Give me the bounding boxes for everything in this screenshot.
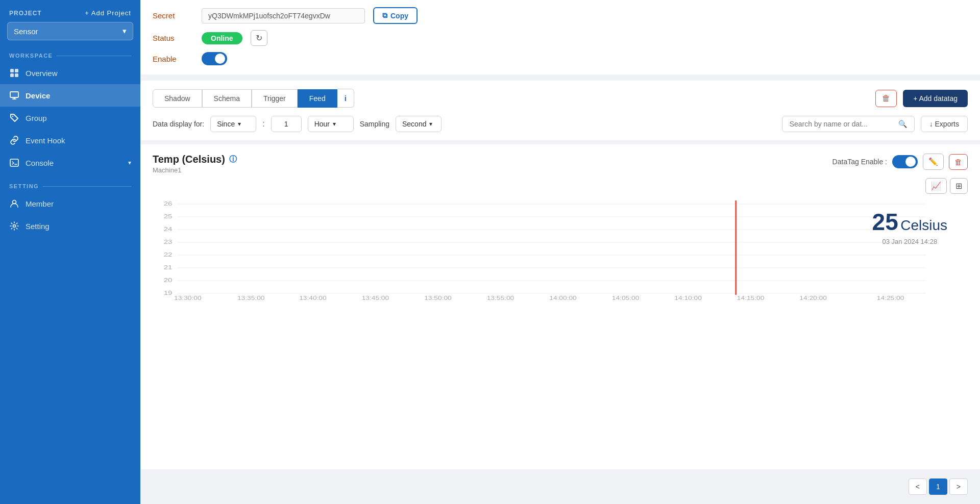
svg-rect-3	[15, 73, 18, 77]
tag-icon	[9, 113, 19, 123]
filter-row: Data display for: Since ▾ : Hour ▾ Sampl…	[153, 108, 968, 140]
refresh-button[interactable]: ↻	[251, 30, 267, 46]
gear-icon	[9, 221, 19, 231]
delete-datatag-button[interactable]: 🗑	[875, 90, 897, 107]
chart-current-date: 03 Jan 2024 14:28	[872, 238, 947, 245]
svg-text:24: 24	[164, 226, 173, 232]
status-row: Status Online ↻	[153, 30, 968, 46]
since-select[interactable]: Since ▾	[210, 116, 256, 132]
prev-page-button[interactable]: <	[909, 478, 927, 495]
tabs-right: 🗑 + Add datatag	[875, 90, 968, 107]
info-icon: i	[345, 94, 347, 103]
filter-colon: :	[262, 119, 264, 129]
monitor-icon	[9, 90, 19, 100]
status-label: Status	[153, 34, 193, 42]
secret-value: yQ3DWmkMPj1uofsch2oFT74egvxDw	[202, 8, 365, 23]
sidebar-item-device-label: Device	[26, 91, 50, 100]
pencil-icon: ✏️	[928, 157, 938, 166]
exports-button[interactable]: ↓ Exports	[921, 116, 968, 132]
sidebar-item-group[interactable]: Group	[0, 107, 140, 129]
edit-datatag-button[interactable]: ✏️	[923, 154, 944, 170]
svg-text:13:35:00: 13:35:00	[237, 295, 265, 300]
svg-rect-1	[15, 69, 18, 72]
chart-card: Temp (Celsius) ⓘ Machine1 DataTag Enable…	[140, 144, 980, 469]
search-box[interactable]: 🔍	[782, 116, 915, 132]
svg-text:20: 20	[164, 277, 173, 283]
svg-text:13:45:00: 13:45:00	[362, 295, 389, 300]
sidebar-item-group-label: Group	[26, 114, 47, 122]
tabs-left: Shadow Schema Trigger Feed i	[153, 89, 354, 108]
workspace-section-label: WORKSPACE	[0, 49, 140, 62]
sidebar: PROJECT + Add Project Sensor ▾ WORKSPACE…	[0, 0, 140, 504]
delete-chart-button[interactable]: 🗑	[949, 154, 968, 170]
sidebar-item-member[interactable]: Member	[0, 192, 140, 215]
sampling-chevron-icon: ▾	[429, 120, 432, 128]
chart-value-overlay: 25 Celsius 03 Jan 2024 14:28	[872, 208, 947, 245]
svg-point-11	[13, 225, 16, 228]
copy-icon: ⧉	[382, 11, 387, 20]
tabs-row: Shadow Schema Trigger Feed i 🗑 + Add dat…	[153, 81, 968, 108]
sidebar-item-overview-label: Overview	[26, 69, 58, 78]
search-icon: 🔍	[898, 120, 907, 128]
svg-text:26: 26	[164, 200, 173, 207]
svg-text:14:05:00: 14:05:00	[612, 295, 640, 300]
trash2-icon: 🗑	[954, 158, 962, 166]
sidebar-item-event-hook[interactable]: Event Hook	[0, 129, 140, 152]
svg-text:19: 19	[164, 290, 173, 296]
enable-label: Enable	[153, 55, 193, 63]
copy-button[interactable]: ⧉ Copy	[373, 7, 418, 24]
unit-select[interactable]: Hour ▾	[308, 116, 354, 132]
tab-info-button[interactable]: i	[337, 89, 354, 108]
svg-rect-2	[10, 73, 14, 77]
project-label: PROJECT	[9, 10, 42, 17]
grid-icon	[9, 68, 19, 78]
svg-text:13:40:00: 13:40:00	[299, 295, 327, 300]
svg-text:22: 22	[164, 251, 173, 258]
sampling-select[interactable]: Second ▾	[396, 116, 442, 132]
data-display-label: Data display for:	[153, 120, 204, 128]
tab-feed[interactable]: Feed	[298, 89, 337, 108]
search-input[interactable]	[790, 120, 894, 128]
chart-title-text: Temp (Celsius)	[153, 154, 225, 165]
chart-view-buttons: 📈 ⊞	[153, 178, 968, 194]
add-project-button[interactable]: + Add Project	[85, 9, 131, 17]
unit-chevron-icon: ▾	[333, 120, 336, 128]
chart-title-area: Temp (Celsius) ⓘ Machine1	[153, 154, 237, 174]
datatag-enable-toggle[interactable]	[892, 155, 918, 168]
since-value: Since	[217, 120, 235, 128]
sidebar-item-setting-label: Setting	[26, 222, 50, 231]
filter-value-input[interactable]	[271, 116, 302, 132]
status-badge: Online	[202, 32, 242, 44]
add-datatag-button[interactable]: + Add datatag	[903, 90, 968, 107]
since-chevron-icon: ▾	[238, 120, 241, 128]
chart-controls-right: DataTag Enable : ✏️ 🗑	[832, 154, 968, 170]
current-page-button[interactable]: 1	[929, 478, 947, 495]
svg-text:13:30:00: 13:30:00	[174, 295, 202, 300]
enable-row: Enable	[153, 52, 968, 65]
sidebar-item-device[interactable]: Device	[0, 84, 140, 107]
trash-icon: 🗑	[882, 94, 890, 103]
next-page-button[interactable]: >	[949, 478, 968, 495]
svg-text:14:20:00: 14:20:00	[799, 295, 827, 300]
tab-trigger[interactable]: Trigger	[252, 89, 298, 108]
unit-value: Hour	[314, 120, 330, 128]
chart-svg: 26 25 24 23 22 21 20 19 1	[153, 198, 968, 300]
sampling-label: Sampling	[360, 120, 389, 128]
table-view-button[interactable]: ⊞	[950, 178, 968, 194]
tab-shadow[interactable]: Shadow	[153, 89, 202, 108]
sidebar-item-setting[interactable]: Setting	[0, 215, 140, 237]
line-chart-view-button[interactable]: 📈	[925, 178, 947, 194]
svg-text:21: 21	[164, 264, 173, 270]
svg-text:23: 23	[164, 239, 173, 245]
datatag-enable-label: DataTag Enable :	[832, 158, 887, 166]
setting-section-label: SETTING	[0, 180, 140, 192]
link-icon	[9, 135, 19, 145]
tab-schema[interactable]: Schema	[202, 89, 252, 108]
sidebar-item-console[interactable]: Console ▾	[0, 152, 140, 174]
enable-toggle[interactable]	[202, 52, 227, 65]
project-selector[interactable]: Sensor ▾	[7, 22, 133, 40]
svg-text:14:10:00: 14:10:00	[674, 295, 702, 300]
chart-info-icon[interactable]: ⓘ	[229, 155, 237, 164]
svg-text:25: 25	[164, 213, 173, 219]
sidebar-item-overview[interactable]: Overview	[0, 62, 140, 84]
